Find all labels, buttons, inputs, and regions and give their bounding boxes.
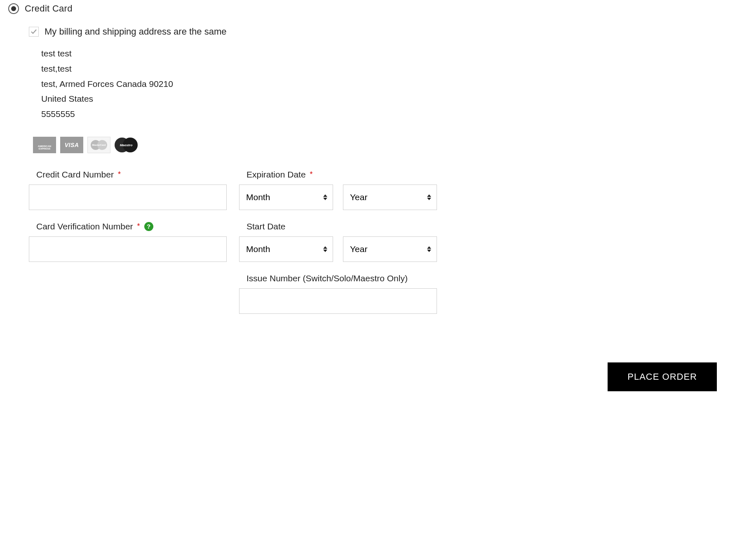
cvn-field: Card Verification Number * ? xyxy=(29,222,227,262)
expiration-year-select[interactable]: Year xyxy=(343,185,437,210)
expiration-label: Expiration Date xyxy=(247,170,306,180)
payment-method-label: Credit Card xyxy=(25,3,73,14)
address-country: United States xyxy=(41,91,748,107)
required-mark: * xyxy=(310,170,313,179)
card-form: Credit Card Number * Card Verification N… xyxy=(29,170,748,325)
cvn-input[interactable] xyxy=(29,236,227,262)
issue-number-field: Issue Number (Switch/Solo/Maestro Only) xyxy=(239,273,437,314)
cc-number-input[interactable] xyxy=(29,185,227,210)
start-year-select[interactable]: Year xyxy=(343,236,437,262)
radio-selected-icon xyxy=(8,3,19,14)
help-icon[interactable]: ? xyxy=(144,222,153,231)
billing-address-block: test test test,test test, Armed Forces C… xyxy=(41,46,748,122)
accepted-cards-row: AMERICANEXPRESS VISA MasterCard Maestro xyxy=(33,137,748,153)
required-mark: * xyxy=(118,170,121,179)
cc-number-label: Credit Card Number xyxy=(36,170,114,180)
place-order-button[interactable]: PLACE ORDER xyxy=(608,362,717,391)
billing-same-checkbox-row[interactable]: My billing and shipping address are the … xyxy=(29,26,748,37)
cc-number-field: Credit Card Number * xyxy=(29,170,227,210)
cvn-label: Card Verification Number xyxy=(36,222,133,231)
expiration-field: Expiration Date * Month Year xyxy=(239,170,437,210)
required-mark: * xyxy=(137,222,140,231)
visa-icon: VISA xyxy=(60,137,83,153)
address-city-state-zip: test, Armed Forces Canada 90210 xyxy=(41,77,748,92)
address-line1: test,test xyxy=(41,61,748,77)
amex-icon: AMERICANEXPRESS xyxy=(33,137,56,153)
start-month-select[interactable]: Month xyxy=(239,236,333,262)
issue-number-input[interactable] xyxy=(239,288,437,314)
mastercard-icon: MasterCard xyxy=(87,137,110,153)
maestro-icon: Maestro xyxy=(115,137,138,153)
start-date-label: Start Date xyxy=(247,222,286,231)
billing-same-label: My billing and shipping address are the … xyxy=(45,26,226,37)
expiration-month-select[interactable]: Month xyxy=(239,185,333,210)
address-name: test test xyxy=(41,46,748,61)
issue-number-label: Issue Number (Switch/Solo/Maestro Only) xyxy=(247,273,408,283)
checkbox-checked-icon xyxy=(29,27,39,37)
start-date-field: Start Date Month Year xyxy=(239,222,437,262)
address-phone: 5555555 xyxy=(41,107,748,122)
payment-method-radio-row[interactable]: Credit Card xyxy=(8,3,748,14)
